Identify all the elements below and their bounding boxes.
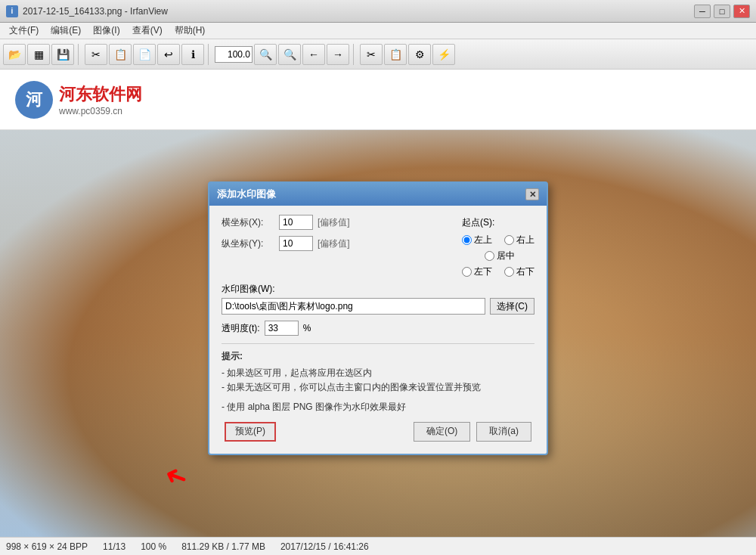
opacity-label: 透明度(t):: [222, 322, 260, 335]
tb-copy2[interactable]: 📋: [384, 44, 407, 65]
radio-bottom-left[interactable]: 左下: [462, 265, 492, 278]
y-hint: [偏移值]: [318, 237, 350, 250]
hint-line-3: - 使用 alpha 图层 PNG 图像作为水印效果最好: [222, 400, 534, 414]
tb-copy[interactable]: 📋: [109, 44, 132, 65]
title-bar: i 2017-12-15_164133.png - IrfanView ─ □ …: [0, 0, 756, 23]
x-input[interactable]: [279, 215, 313, 230]
menu-bar: 文件(F) 编辑(E) 图像(I) 查看(V) 帮助(H): [0, 23, 756, 39]
zoom-input[interactable]: [215, 46, 253, 63]
watermark-dialog: 添加水印图像 ✕ 横坐标(X): [偏移值] 纵坐标(Y):: [208, 181, 548, 455]
logo-url: www.pc0359.cn: [59, 106, 142, 116]
tb-save[interactable]: 💾: [51, 44, 74, 65]
app-icon: i: [6, 5, 18, 17]
opacity-input[interactable]: [265, 321, 299, 336]
status-bar: 998 × 619 × 24 BPP 11/13 100 % 811.29 KB…: [0, 537, 756, 555]
hint-section: 提示: - 如果选区可用，起点将应用在选区内 - 如果无选区可用，你可以点击主窗…: [222, 350, 534, 414]
restore-button[interactable]: □: [714, 5, 730, 18]
dialog-title-bar: 添加水印图像 ✕: [209, 183, 547, 206]
dialog-overlay: 添加水印图像 ✕ 横坐标(X): [偏移值] 纵坐标(Y):: [0, 130, 756, 537]
status-datetime: 2017/12/15 / 16:41:26: [280, 541, 369, 552]
opacity-unit: %: [303, 323, 311, 333]
hint-line-2: - 如果无选区可用，你可以点击主窗口内的图像来设置位置并预览: [222, 380, 534, 395]
opacity-row: 透明度(t): %: [222, 321, 534, 336]
radio-row-3: 左下 右下: [462, 265, 534, 278]
menu-help[interactable]: 帮助(H): [169, 23, 212, 39]
tb-undo[interactable]: ↩: [157, 44, 180, 65]
radio-top-right[interactable]: 右上: [504, 234, 534, 246]
preview-button[interactable]: 预览(P): [225, 422, 276, 442]
close-button[interactable]: ✕: [733, 5, 750, 18]
window-controls: ─ □ ✕: [694, 5, 750, 18]
logo-icon: 河: [15, 81, 53, 119]
image-path-input[interactable]: [222, 298, 485, 315]
radio-top-left[interactable]: 左上: [462, 234, 492, 246]
path-row: 选择(C): [222, 298, 534, 315]
status-frame: 11/13: [103, 541, 125, 552]
logo-name: 河东软件网: [59, 83, 142, 106]
logo-text-area: 河东软件网 www.pc0359.cn: [59, 83, 142, 116]
tb-info[interactable]: ℹ: [181, 44, 204, 65]
radio-row-2: 居中: [462, 250, 534, 262]
divider: [222, 343, 534, 344]
minimize-button[interactable]: ─: [694, 5, 711, 18]
menu-view[interactable]: 查看(V): [126, 23, 169, 39]
radio-row-1: 左上 右上: [462, 234, 534, 246]
radio-center[interactable]: 居中: [485, 250, 515, 262]
tb-sep3: [353, 44, 356, 65]
hint-title: 提示:: [222, 350, 534, 363]
tb-zoom-out[interactable]: 🔍: [278, 44, 301, 65]
menu-image[interactable]: 图像(I): [87, 23, 125, 39]
tb-cut2[interactable]: ✂: [360, 44, 383, 65]
cancel-button[interactable]: 取消(a): [476, 422, 531, 442]
y-input[interactable]: [279, 236, 313, 251]
logo-area: 河 河东软件网 www.pc0359.cn: [0, 70, 756, 130]
dialog-body: 横坐标(X): [偏移值] 纵坐标(Y): [偏移值] 起: [209, 206, 547, 454]
dialog-footer: 预览(P) 确定(O) 取消(a): [222, 422, 534, 445]
select-button[interactable]: 选择(C): [490, 298, 534, 315]
tb-zoom-in[interactable]: 🔍: [254, 44, 277, 65]
y-label: 纵坐标(Y):: [222, 237, 274, 250]
tb-thumb[interactable]: ▦: [27, 44, 50, 65]
dialog-close-button[interactable]: ✕: [525, 188, 539, 200]
menu-file[interactable]: 文件(F): [3, 23, 45, 39]
menu-edit[interactable]: 编辑(E): [45, 23, 87, 39]
x-coord-row: 横坐标(X): [偏移值]: [222, 215, 454, 230]
radio-bottom-right[interactable]: 右下: [504, 265, 534, 278]
tb-next[interactable]: →: [327, 44, 349, 65]
title-text: 2017-12-15_164133.png - IrfanView: [23, 6, 694, 17]
tb-settings[interactable]: ⚙: [408, 44, 431, 65]
tb-prev[interactable]: ←: [302, 44, 325, 65]
y-coord-row: 纵坐标(Y): [偏移值]: [222, 236, 454, 251]
tb-paste[interactable]: 📄: [133, 44, 156, 65]
tb-sep1: [78, 44, 81, 65]
x-label: 横坐标(X):: [222, 216, 274, 229]
logo-box: 河 河东软件网 www.pc0359.cn: [15, 81, 142, 119]
tb-cut[interactable]: ✂: [85, 44, 107, 65]
toolbar: 📂 ▦ 💾 ✂ 📋 📄 ↩ ℹ 🔍 🔍 ← → ✂ 📋 ⚙ ⚡: [0, 39, 756, 70]
main-area: www.jukluwu.NET 添加水印图像 ✕ 横坐标(X): [偏移值]: [0, 130, 756, 537]
status-filesize: 811.29 KB / 1.77 MB: [181, 541, 265, 552]
hint-line-1: - 如果选区可用，起点将应用在选区内: [222, 366, 534, 380]
tb-plugin[interactable]: ⚡: [432, 44, 455, 65]
image-label: 水印图像(W):: [222, 283, 534, 296]
status-zoom: 100 %: [141, 541, 166, 552]
dialog-title-text: 添加水印图像: [217, 188, 276, 201]
x-hint: [偏移值]: [318, 216, 350, 229]
tb-open[interactable]: 📂: [3, 44, 26, 65]
status-dimensions: 998 × 619 × 24 BPP: [6, 541, 88, 552]
origin-label: 起点(S):: [462, 216, 494, 229]
tb-sep2: [208, 44, 211, 65]
ok-button[interactable]: 确定(O): [414, 422, 470, 442]
